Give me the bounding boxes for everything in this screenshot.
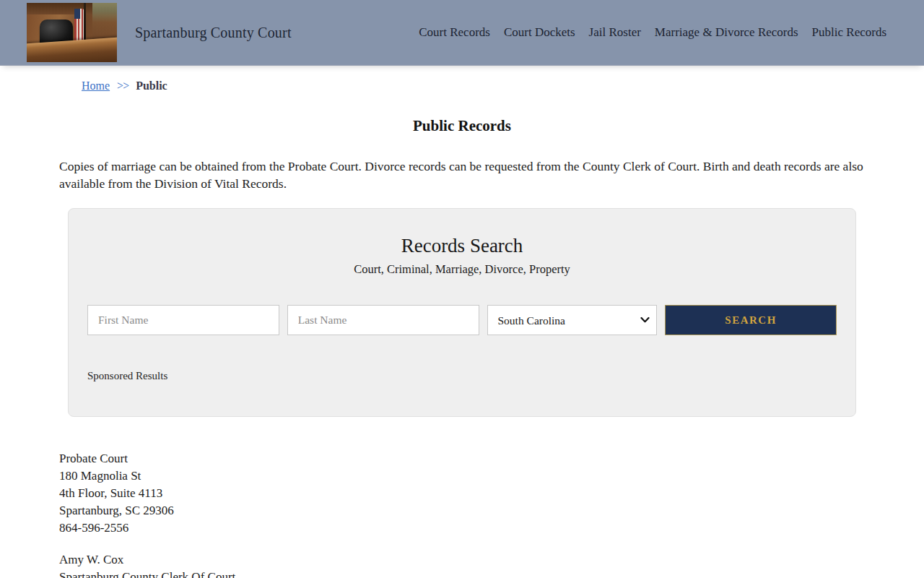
- breadcrumb-current: Public: [136, 79, 167, 92]
- nav-item-marriage-divorce-records[interactable]: Marriage & Divorce Records: [655, 25, 798, 40]
- site-header: Spartanburg County Court Court Records C…: [0, 0, 924, 65]
- records-search-title: Records Search: [69, 209, 855, 257]
- intro-paragraph: Copies of marriage can be obtained from …: [59, 158, 865, 192]
- page-title: Public Records: [59, 117, 865, 135]
- search-button[interactable]: SEARCH: [665, 305, 837, 335]
- records-search-subtitle: Court, Criminal, Marriage, Divorce, Prop…: [69, 262, 855, 277]
- contact-line: Probate Court: [59, 450, 865, 467]
- search-form-row: South Carolina SEARCH: [87, 305, 837, 335]
- main-content: Home >> Public Public Records Copies of …: [59, 79, 865, 578]
- clerk-of-court-contact: Amy W. Cox Spartanburg County Clerk Of C…: [59, 551, 865, 578]
- records-search-panel: Records Search Court, Criminal, Marriage…: [68, 208, 856, 417]
- contact-line: Spartanburg, SC 29306: [59, 502, 865, 519]
- nav-item-court-dockets[interactable]: Court Dockets: [504, 25, 575, 40]
- sponsored-results-label: Sponsored Results: [87, 370, 167, 382]
- nav-item-jail-roster[interactable]: Jail Roster: [589, 25, 641, 40]
- state-select-wrap: South Carolina: [487, 305, 658, 335]
- breadcrumb-home-link[interactable]: Home: [82, 79, 110, 92]
- contact-line: Amy W. Cox: [59, 551, 865, 569]
- courtroom-photo: [27, 3, 117, 62]
- first-name-input[interactable]: [87, 305, 279, 335]
- contact-line: 864-596-2556: [59, 519, 865, 537]
- main-nav: Court Records Court Dockets Jail Roster …: [419, 0, 886, 65]
- contact-info: Probate Court 180 Magnolia St 4th Floor,…: [59, 450, 865, 578]
- us-flag-canton: [74, 9, 80, 19]
- last-name-input[interactable]: [287, 305, 479, 335]
- nav-item-public-records[interactable]: Public Records: [812, 25, 886, 40]
- breadcrumb-separator: >>: [117, 79, 128, 92]
- site-title: Spartanburg County Court: [135, 25, 292, 41]
- contact-line: 4th Floor, Suite 4113: [59, 485, 865, 502]
- nav-item-court-records[interactable]: Court Records: [419, 25, 490, 40]
- breadcrumb: Home >> Public: [59, 79, 865, 92]
- probate-court-address: Probate Court 180 Magnolia St 4th Floor,…: [59, 450, 865, 537]
- contact-line: 180 Magnolia St: [59, 467, 865, 485]
- contact-line: Spartanburg County Clerk Of Court: [59, 569, 865, 578]
- state-select[interactable]: South Carolina: [487, 305, 658, 335]
